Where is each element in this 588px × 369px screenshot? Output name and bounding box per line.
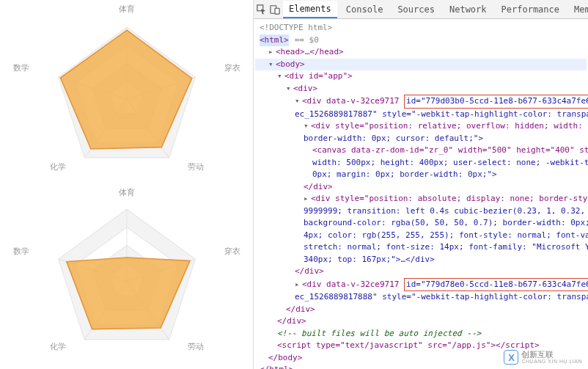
relative-div-node[interactable]: ▾<div style="position: relative; overflo… bbox=[255, 120, 587, 133]
axis-label: 体育 bbox=[119, 4, 135, 15]
code-text: width: 500px; height: 400px; user-select… bbox=[255, 157, 587, 169]
axis-label: 体育 bbox=[119, 187, 135, 198]
chart-container-2[interactable]: ▸<div data-v-32ce9717 id="779d78e0-5ccd-… bbox=[255, 278, 587, 292]
axis-label: 化学 bbox=[50, 341, 66, 352]
tooltip-div-node[interactable]: ▸<div style="position: absolute; display… bbox=[255, 193, 587, 205]
charts-panel: 体育 穿衣 劳动 化学 数学 体育 bbox=[0, 0, 253, 369]
axis-label: 劳动 bbox=[188, 161, 204, 172]
code-text: stretch: normal; font-size: 14px; font-f… bbox=[255, 241, 587, 254]
body-node[interactable]: ▾<body> bbox=[255, 59, 587, 71]
tab-sources[interactable]: Sources bbox=[392, 1, 441, 18]
tab-elements[interactable]: Elements bbox=[283, 1, 337, 18]
code-text: border-width: 0px; cursor: default;"> bbox=[255, 133, 587, 145]
axis-label: 化学 bbox=[50, 161, 66, 172]
axis-label: 数学 bbox=[13, 246, 29, 257]
axis-label: 穿衣 bbox=[224, 62, 240, 73]
div-plain-node[interactable]: ▾<div> bbox=[255, 83, 587, 95]
watermark-brand: 创新互联 bbox=[521, 350, 582, 359]
devtools-panel: Elements Console Sources Network Perform… bbox=[253, 0, 588, 369]
tab-memory[interactable]: Memory bbox=[568, 1, 588, 18]
close-div: </div> bbox=[255, 304, 587, 316]
close-div: </div> bbox=[255, 181, 587, 194]
html-open-line[interactable]: <html>== $0 bbox=[255, 34, 587, 47]
svg-rect-22 bbox=[275, 8, 279, 14]
dom-tree[interactable]: <!DOCTYPE html> <html>== $0 ▸<head>…</he… bbox=[254, 19, 588, 369]
div-app-node[interactable]: ▾<div id="app"> bbox=[255, 70, 587, 83]
tab-console[interactable]: Console bbox=[340, 1, 389, 18]
close-div: </div> bbox=[255, 266, 587, 278]
logo-icon: X bbox=[504, 350, 518, 365]
code-text: 0px; margin: 0px; border-width: 0px;"> bbox=[255, 169, 587, 181]
code-text: ec_1526889817887" style="-webkit-tap-hig… bbox=[255, 109, 587, 121]
tab-network[interactable]: Network bbox=[444, 1, 493, 18]
axis-label: 劳动 bbox=[188, 341, 204, 352]
html-close: </html> bbox=[255, 364, 587, 369]
axis-label: 数学 bbox=[13, 62, 29, 73]
watermark: X 创新互联 CHUANG XIN HU LIAN bbox=[504, 350, 582, 365]
canvas-node[interactable]: <canvas data-zr-dom-id="zr_0" width="500… bbox=[255, 145, 587, 157]
watermark-sub: CHUANG XIN HU LIAN bbox=[521, 359, 582, 365]
head-node[interactable]: ▸<head>…</head> bbox=[255, 46, 587, 59]
code-text: 4px; color: rgb(255, 255, 255); font-sty… bbox=[255, 230, 587, 242]
code-text: 9999999; transition: left 0.4s cubic-bez… bbox=[255, 205, 587, 218]
code-text: ec_1526889817888" style="-webkit-tap-hig… bbox=[255, 291, 587, 304]
device-toggle-icon[interactable] bbox=[270, 3, 280, 16]
tab-performance[interactable]: Performance bbox=[496, 1, 565, 18]
doctype-line: <!DOCTYPE html> bbox=[255, 22, 587, 34]
code-text: 340px; top: 167px;">…</div> bbox=[255, 254, 587, 266]
comment-line: <!-- built files will be auto injected -… bbox=[255, 328, 587, 340]
radar-chart-2: 体育 穿衣 劳动 化学 数学 bbox=[6, 187, 248, 367]
close-div: </div> bbox=[255, 315, 587, 328]
code-text: background-color: rgba(50, 50, 50, 0.7);… bbox=[255, 217, 587, 230]
axis-label: 穿衣 bbox=[224, 246, 240, 257]
chart-container-1[interactable]: ▾<div data-v-32ce9717 id="779d03b0-5ccd-… bbox=[255, 95, 587, 109]
radar-chart-1: 体育 穿衣 劳动 化学 数学 bbox=[6, 4, 248, 187]
devtools-tab-bar: Elements Console Sources Network Perform… bbox=[254, 0, 588, 19]
inspect-icon[interactable] bbox=[257, 3, 267, 16]
